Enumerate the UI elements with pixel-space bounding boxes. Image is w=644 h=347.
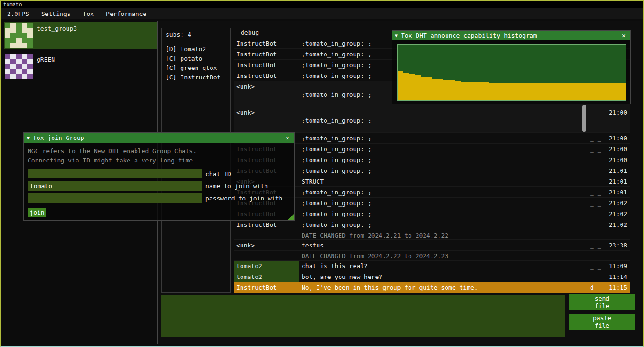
histogram-bar <box>421 77 426 100</box>
group-name: gREEN <box>37 56 55 63</box>
histogram-bar <box>495 83 500 100</box>
chat-receipt-flags: _ _ <box>587 144 606 154</box>
subs-member-d-tomato2[interactable]: [D] tomato2 <box>166 45 227 54</box>
histogram-bar <box>540 83 546 100</box>
join-window-title: Tox join Group <box>33 134 284 141</box>
join-field-row: password to join with <box>28 193 290 203</box>
histogram-bar <box>409 74 415 100</box>
send-file-button[interactable]: send file <box>569 294 635 310</box>
join-field-label: name to join with <box>205 183 268 190</box>
subs-member-c-instructbot[interactable]: [C] InstructBot <box>166 73 227 82</box>
subs-member-c-potato[interactable]: [C] potato <box>166 54 227 63</box>
chat-author: InstructBot <box>234 282 299 293</box>
join-description-line: NGC refers to the New DHT enabled Group … <box>28 147 290 156</box>
join-field-row: name to join with <box>28 181 290 191</box>
histogram-bar <box>546 83 552 100</box>
chat-message: DATE CHANGED from 2024.2.21 to 2024.2.22 <box>299 230 587 239</box>
menu-item-2-0fps[interactable]: 2.0FPS <box>1 9 35 19</box>
chat-author: InstructBot <box>234 219 299 230</box>
subs-header: subs: 4 <box>166 31 227 38</box>
histogram-bar <box>563 83 569 100</box>
histogram-bar <box>415 75 420 100</box>
chat-timestamp: 21:01 <box>606 187 630 197</box>
window-titlebar: tomato <box>1 1 643 8</box>
chat-author <box>234 230 299 239</box>
histogram-bar <box>500 83 506 100</box>
chat-row: <unk>----;tomato_in_group: ;----_ _21:00 <box>234 107 630 133</box>
histogram-bar <box>461 82 466 100</box>
histogram-bar <box>489 83 495 100</box>
chat-message: ----;tomato_in_group: ;---- <box>299 107 587 132</box>
chat-timestamp: 21:00 <box>606 144 630 154</box>
group-item-green[interactable]: gREEN <box>4 53 157 80</box>
chat-message: No, I've been in this group for quite so… <box>299 282 587 293</box>
histogram-bar <box>575 83 580 100</box>
histogram-window-title: Tox DHT announce capability histogram <box>401 32 620 39</box>
chat-message: ;tomato_in_group: ; <box>299 187 587 197</box>
join-window-titlebar: ▼ Tox join Group ✕ <box>24 133 294 143</box>
chat-message: ;tomato_in_group: ; <box>299 154 587 165</box>
histogram-bar <box>529 83 535 100</box>
chat-scrollbar-thumb[interactable] <box>582 105 586 132</box>
resize-grip[interactable] <box>288 214 294 220</box>
join-input-name-to-join-with[interactable] <box>28 181 202 191</box>
histogram-bar <box>438 79 443 100</box>
histogram-bar <box>552 83 557 100</box>
histogram-bar <box>591 83 597 100</box>
histogram-bar <box>569 83 575 100</box>
chat-author: InstructBot <box>234 38 299 48</box>
chat-row: <unk>testus_ _23:38 <box>234 240 630 251</box>
chat-receipt-flags: _ _ <box>587 154 606 165</box>
join-field-label: password to join with <box>205 195 282 202</box>
chat-row: InstructBotNo, I've been in this group f… <box>234 282 630 293</box>
histogram-bar <box>466 82 472 100</box>
menu-item-tox[interactable]: Tox <box>77 9 100 19</box>
histogram-close-icon[interactable]: ✕ <box>620 32 628 39</box>
histogram-bars <box>398 45 626 100</box>
chat-timestamp: 11:15 <box>606 282 630 293</box>
menu-item-settings[interactable]: Settings <box>35 9 77 19</box>
chat-timestamp: 21:00 <box>606 154 630 165</box>
chat-timestamp: 21:01 <box>606 176 630 186</box>
histogram-bar <box>506 83 512 100</box>
chat-author: <unk> <box>234 240 299 250</box>
chat-message: STRUCT <box>299 176 587 186</box>
chat-message: DATE CHANGED from 2024.2.22 to 2024.2.23 <box>299 251 587 260</box>
chat-row: InstructBot;tomato_in_group: ;_ _21:02 <box>234 219 630 230</box>
join-input-password-to-join-with[interactable] <box>28 193 202 203</box>
join-description: NGC refers to the New DHT enabled Group … <box>24 143 294 165</box>
subs-member-c-green-qtox[interactable]: [C] green_qtox <box>166 63 227 73</box>
histogram-window-titlebar: ▼ Tox DHT announce capability histogram … <box>392 31 630 40</box>
histogram-bar <box>483 82 489 100</box>
join-button[interactable]: join <box>28 208 46 217</box>
chat-message: ;tomato_in_group: ; <box>299 133 587 143</box>
histogram-collapse-icon[interactable]: ▼ <box>395 33 398 38</box>
chat-timestamp: 21:02 <box>606 219 630 230</box>
chat-timestamp <box>606 251 630 260</box>
group-avatar <box>5 23 33 48</box>
histogram-bar <box>512 83 517 100</box>
chat-timestamp: 11:09 <box>606 261 630 271</box>
chat-receipt-flags: _ _ <box>587 261 606 271</box>
paste-file-button[interactable]: paste file <box>569 314 635 330</box>
window-title: tomato <box>3 1 22 8</box>
menu-bar: 2.0FPSSettingsToxPerformance <box>1 8 643 19</box>
chat-timestamp: 21:00 <box>606 107 630 132</box>
histogram-bar <box>426 77 432 100</box>
subs-list: [D] tomato2[C] potato[C] green_qtox[C] I… <box>166 45 227 82</box>
chat-receipt-flags: d <box>587 282 606 293</box>
join-input-chat-id[interactable] <box>28 169 202 178</box>
message-input[interactable] <box>161 295 565 337</box>
join-close-icon[interactable]: ✕ <box>284 134 291 141</box>
join-description-line: Connecting via ID might take a very long… <box>28 156 290 165</box>
histogram-bar <box>449 80 455 100</box>
chat-receipt-flags: _ _ <box>587 133 606 143</box>
histogram-bar <box>472 82 477 100</box>
histogram-bar <box>620 83 626 100</box>
histogram-bar <box>603 83 609 100</box>
group-item-test-group3[interactable]: test_group3 <box>4 22 157 49</box>
chat-timestamp: 11:14 <box>606 271 630 282</box>
menu-item-performance[interactable]: Performance <box>100 9 152 19</box>
join-collapse-icon[interactable]: ▼ <box>27 135 30 140</box>
chat-message: bot, are you new here? <box>299 271 587 282</box>
